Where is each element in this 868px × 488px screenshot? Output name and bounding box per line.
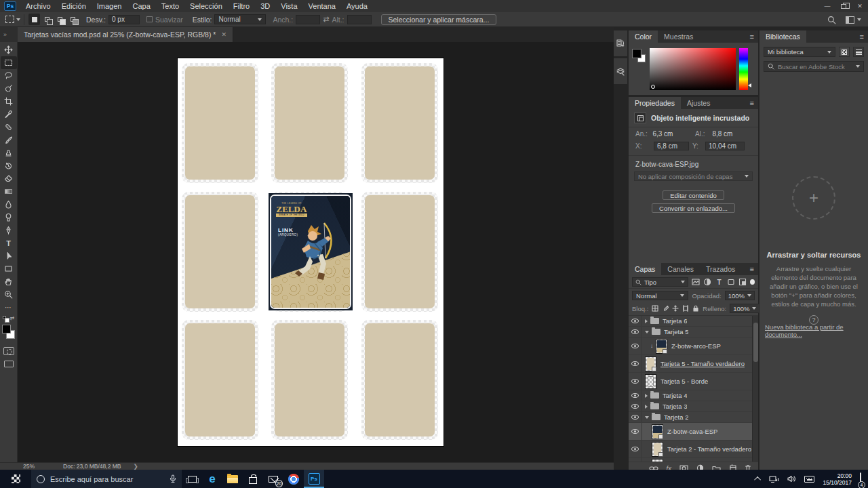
tab-color[interactable]: Color (629, 30, 658, 43)
layer-row-z-botw-arco[interactable]: ↓ Z-botw-arco-ESP (629, 338, 758, 355)
select-and-mask-button[interactable]: Seleccionar y aplicar máscara... (381, 14, 497, 25)
panel-menu-icon[interactable]: ≡ (746, 97, 758, 109)
tab-muestras[interactable]: Muestras (658, 30, 699, 43)
tab-propiedades[interactable]: Propiedades (629, 97, 681, 109)
edge-taskbar-button[interactable]: e (202, 470, 222, 488)
tab-ajustes[interactable]: Ajustes (681, 97, 716, 109)
filter-pixel-layers-button[interactable] (691, 277, 700, 287)
quick-selection-tool[interactable] (1, 82, 17, 95)
layer-row-tarjeta-2[interactable]: Tarjeta 2 (629, 412, 758, 423)
close-document-icon[interactable]: ✕ (221, 31, 226, 38)
swap-dimensions-icon[interactable]: ⇄ (323, 15, 329, 24)
style-select[interactable]: Normal (214, 14, 266, 24)
expand-arrow-icon[interactable] (645, 405, 648, 409)
canvas-area[interactable]: THE LEGEND OF ZELDA BREATH OF THE WILD L… (18, 42, 614, 462)
screen-mode-button[interactable] (4, 361, 14, 367)
hue-marker[interactable] (748, 83, 751, 87)
menu-filtro[interactable]: Filtro (228, 0, 255, 12)
swap-colors-icon[interactable]: ⇄ (10, 315, 15, 321)
tab-bibliotecas[interactable]: Bibliotecas (760, 30, 806, 43)
pen-tool[interactable] (1, 224, 17, 237)
show-hidden-icons-chevron[interactable] (755, 476, 762, 483)
restore-button[interactable] (835, 0, 852, 12)
action-center-button[interactable]: 4 (860, 473, 861, 485)
zoom-tool[interactable] (1, 288, 17, 301)
library-select[interactable]: Mi biblioteca (764, 47, 835, 57)
eyedropper-tool[interactable] (1, 108, 17, 121)
visibility-eye-icon[interactable] (631, 393, 639, 398)
layer-row-tarjeta-4[interactable]: Tarjeta 4 (629, 390, 758, 401)
type-tool[interactable]: T (1, 237, 17, 249)
foreground-color-swatch[interactable] (633, 49, 641, 58)
edit-content-button[interactable]: Editar contenido (663, 190, 724, 200)
new-library-from-document-link[interactable]: Nueva biblioteca a partir de documento..… (765, 323, 868, 338)
start-button[interactable] (0, 470, 31, 488)
rectangular-marquee-tool[interactable] (1, 56, 17, 69)
microphone-icon[interactable] (170, 474, 176, 483)
visibility-eye-icon[interactable] (631, 415, 639, 420)
filter-shape-layers-button[interactable] (726, 277, 735, 287)
visibility-eye-icon[interactable] (631, 319, 639, 323)
minimize-button[interactable]: — (819, 0, 835, 12)
y-input[interactable]: 10,04 cm (705, 142, 745, 150)
rectangle-shape-tool[interactable] (1, 262, 17, 275)
clone-stamp-tool[interactable] (1, 146, 17, 159)
menu-capa[interactable]: Capa (127, 0, 155, 12)
foreground-color-swatch[interactable] (2, 325, 11, 333)
fill-input[interactable]: 100% (730, 304, 760, 313)
move-tool[interactable] (1, 43, 17, 56)
filter-adjustment-layers-button[interactable] (703, 277, 711, 287)
add-asset-dropzone[interactable]: + (792, 176, 835, 220)
subtract-from-selection-button[interactable] (54, 14, 66, 25)
taskbar-clock[interactable]: 20:00 15/10/2017 (823, 472, 852, 486)
mail-taskbar-button[interactable]: 20 (263, 470, 283, 488)
expand-arrow-icon[interactable] (645, 394, 648, 398)
convert-to-linked-button[interactable]: Convertir en enlazado... (652, 203, 735, 213)
layer-filter-select[interactable]: Tipo (632, 277, 688, 287)
antialias-option[interactable]: Suavizar (146, 16, 183, 24)
visibility-eye-icon[interactable] (631, 329, 639, 334)
chrome-taskbar-button[interactable] (283, 470, 304, 488)
photoshop-taskbar-button[interactable]: Ps (304, 470, 324, 488)
color-swatches[interactable] (1, 324, 16, 342)
crop-tool[interactable] (1, 95, 17, 108)
visibility-eye-icon[interactable] (631, 361, 639, 366)
expand-arrow-icon[interactable] (645, 319, 648, 323)
network-icon[interactable] (769, 475, 779, 483)
x-input[interactable]: 6,8 cm (654, 142, 689, 150)
volume-icon[interactable] (787, 475, 796, 483)
zoom-level-field[interactable]: 25% (23, 463, 35, 470)
intersect-selection-button[interactable] (67, 14, 79, 25)
tab-capas[interactable]: Capas (629, 263, 661, 275)
add-to-selection-button[interactable] (41, 14, 53, 25)
lock-position-button[interactable] (672, 305, 679, 312)
blur-tool[interactable] (1, 198, 17, 211)
saturation-brightness-field[interactable] (650, 48, 736, 90)
close-button[interactable]: ✕ (852, 0, 868, 12)
status-expand-icon[interactable]: ❯ (134, 463, 138, 470)
menu-texto[interactable]: Texto (156, 0, 184, 12)
layer-row-tarjeta-6[interactable]: Tarjeta 6 (629, 316, 758, 327)
path-selection-tool[interactable] (1, 249, 17, 262)
layer-row-tarjeta-3[interactable]: Tarjeta 3 (629, 401, 758, 412)
file-explorer-taskbar-button[interactable] (222, 470, 243, 488)
tool-preset-picker[interactable] (5, 16, 20, 23)
width-input[interactable] (296, 15, 320, 24)
layer-row-tarjeta5-tamano[interactable]: Tarjeta 5 - Tamaño verdadero (629, 355, 758, 373)
edit-toolbar-button[interactable]: ⋯ (1, 301, 17, 314)
visibility-eye-icon[interactable] (631, 429, 639, 434)
panel-menu-icon[interactable]: ≡ (746, 30, 758, 43)
touch-keyboard-icon[interactable] (804, 476, 814, 483)
menu-vista[interactable]: Vista (275, 0, 302, 12)
collapse-arrow-icon[interactable] (645, 416, 649, 419)
lock-transparent-button[interactable] (652, 305, 658, 312)
new-selection-button[interactable] (28, 14, 40, 25)
filter-on-toggle[interactable] (750, 279, 755, 285)
blend-mode-select[interactable]: Normal (632, 291, 688, 300)
menu-ayuda[interactable]: Ayuda (341, 0, 373, 12)
feather-input[interactable]: 0 px (108, 15, 140, 24)
document-tab[interactable]: Tarjetas vacías mod.psd al 25% (Z-botw-c… (18, 27, 233, 42)
layer-comps-panel-button[interactable] (614, 58, 627, 84)
toolbar-collapse-button[interactable]: » (0, 27, 18, 42)
taskbar-search-box[interactable]: Escribe aquí para buscar (31, 470, 182, 488)
